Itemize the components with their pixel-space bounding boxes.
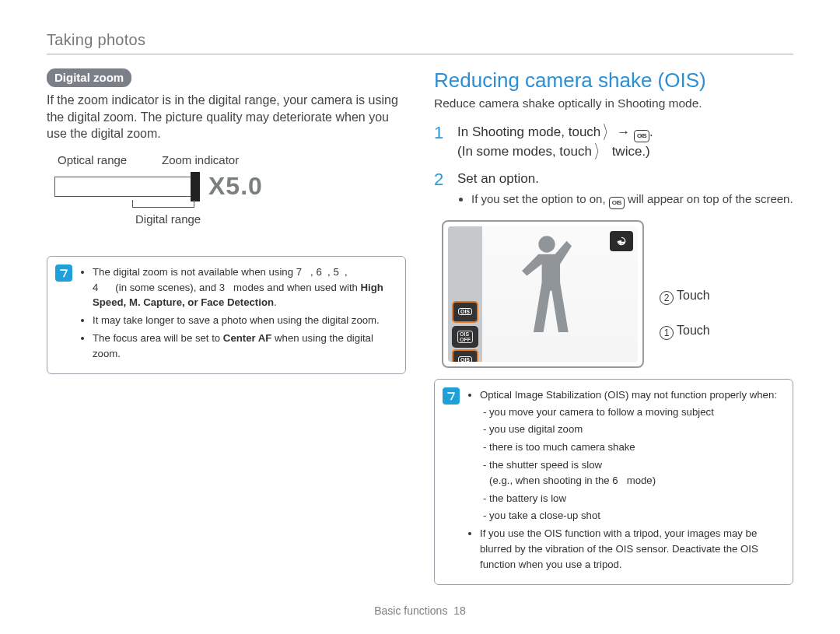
note-item-3: The focus area will be set to Center AF … <box>93 331 396 362</box>
right-column: Reducing camera shake (OIS) Reduce camer… <box>434 68 793 585</box>
left-column: Digital zoom If the zoom indicator is in… <box>47 68 406 585</box>
zoom-bar <box>54 177 194 197</box>
note-icon <box>443 387 460 405</box>
touch-label-2: 2Touch <box>660 289 710 305</box>
zoom-indicator-mark <box>191 172 200 201</box>
ois-note-tripod: If you use the OIS function with a tripo… <box>480 526 783 572</box>
back-button[interactable] <box>610 231 633 251</box>
digital-zoom-note: The digital zoom is not available when u… <box>47 256 406 374</box>
ois-on-option[interactable]: OIS <box>452 301 478 323</box>
page-header: Taking photos <box>47 31 793 54</box>
touch-labels: 2Touch 1Touch <box>660 220 710 340</box>
ois-note-heading: Optical Image Stabilization (OIS) may no… <box>480 387 783 524</box>
ois-off-option-mid[interactable]: OISOFF <box>452 326 478 348</box>
digital-zoom-pill: Digital zoom <box>47 68 131 87</box>
digital-zoom-intro: If the zoom indicator is in the digital … <box>47 92 406 142</box>
page-footer: Basic functions 18 <box>0 604 840 617</box>
person-silhouette <box>504 229 590 354</box>
note-item-2: It may take longer to save a photo when … <box>93 313 396 328</box>
step-2: 2 Set an option. If you set the option t… <box>434 170 793 209</box>
touch-label-1: 1Touch <box>660 324 710 340</box>
ois-icon: OIS <box>634 130 649 142</box>
zoom-x5-label: X5.0 <box>208 172 263 201</box>
ois-off-option[interactable]: OIS <box>452 349 478 362</box>
step-num-2: 2 <box>434 170 448 209</box>
ois-intro: Reduce camera shake optically in Shootin… <box>434 96 793 112</box>
camera-screen: OIS OISOFF OIS <box>442 220 644 368</box>
label-digital-range: Digital range <box>135 212 201 226</box>
step-1: 1 In Shooting mode, touch〉→ OIS. (In som… <box>434 123 793 162</box>
ois-icon-inline: OIS <box>609 197 625 209</box>
digital-range-bracket <box>132 200 194 208</box>
note-item-1: The digital zoom is not available when u… <box>93 264 396 310</box>
step-num-1: 1 <box>434 123 448 162</box>
note-icon <box>55 264 72 282</box>
label-optical-range: Optical range <box>58 153 127 166</box>
label-zoom-indicator: Zoom indicator <box>162 153 239 166</box>
ois-note: Optical Image Stabilization (OIS) may no… <box>434 379 793 585</box>
ois-title: Reducing camera shake (OIS) <box>434 68 793 93</box>
zoom-diagram: Optical range Zoom indicator Digital ran… <box>54 153 381 245</box>
step-2-sub: If you set the option to on, OIS will ap… <box>471 192 793 209</box>
